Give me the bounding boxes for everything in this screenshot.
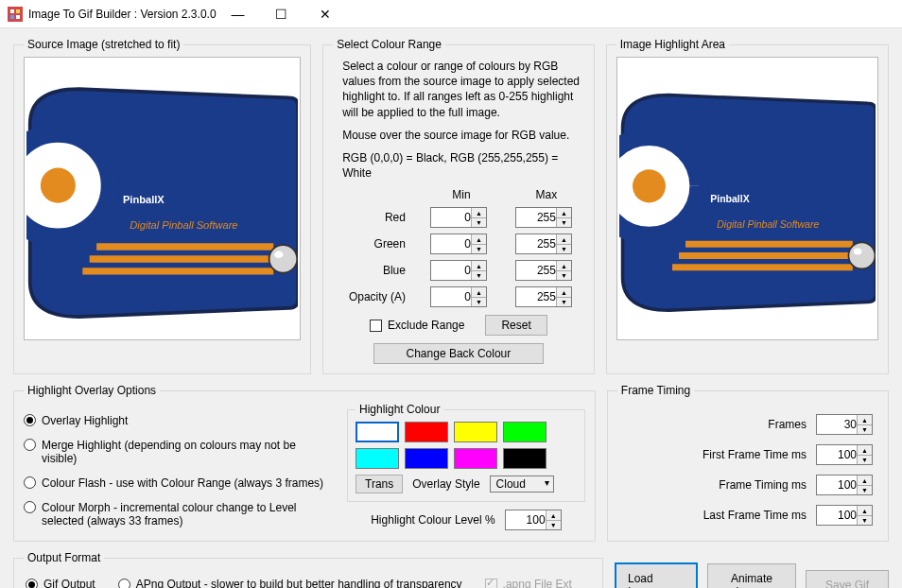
output-format-group: Output Format Gif Output APng Output - s… (13, 551, 603, 588)
swatch-cyan[interactable] (356, 448, 399, 469)
save-gif-button[interactable]: Save Gif (806, 570, 889, 588)
swatch-red[interactable] (405, 422, 448, 442)
frame-timing-legend: Frame Timing (617, 384, 694, 397)
overlay-style-label: Overlay Style (412, 477, 479, 491)
close-button[interactable]: ✕ (304, 0, 347, 27)
window-title: Image To Gif Builder : Version 2.3.0.0 (28, 8, 217, 21)
highlight-colour-group: Highlight Colour Trans (347, 403, 585, 502)
svg-rect-1 (10, 9, 14, 13)
merge-highlight-radio[interactable]: Merge Highlight (depending on colours ma… (24, 439, 336, 465)
svg-rect-0 (8, 7, 23, 22)
change-back-colour-button[interactable]: Change Back Colour (373, 343, 544, 364)
svg-text:Digital Pinball Software: Digital Pinball Software (130, 219, 237, 231)
overlay-highlight-radio[interactable]: Overlay Highlight (24, 414, 336, 427)
swatch-green[interactable] (503, 422, 546, 442)
svg-text:Digital Pinball Software: Digital Pinball Software (717, 218, 819, 230)
swatch-white[interactable] (356, 422, 399, 442)
image-highlight-group: Image Highlight Area PinballX Digital Pi… (606, 38, 889, 374)
svg-rect-2 (16, 9, 20, 13)
exclude-range-checkbox[interactable]: Exclude Range (370, 319, 464, 332)
source-image-group: Source Image (stretched to fit) PinballX… (13, 38, 311, 374)
app-icon (8, 7, 23, 22)
svg-point-14 (274, 251, 283, 258)
source-image-legend: Source Image (stretched to fit) (24, 38, 183, 51)
swatch-black[interactable] (503, 448, 546, 469)
last-frame-label: Last Frame Time ms (623, 509, 807, 522)
min-header: Min (430, 188, 493, 201)
overlay-options-legend: Highlight Overlay Options (24, 384, 160, 397)
highlight-colour-legend: Highlight Colour (356, 403, 443, 416)
svg-rect-4 (16, 15, 20, 19)
colour-desc-1: Select a colour or range of colours by R… (342, 59, 581, 120)
svg-text:PinballX: PinballX (123, 194, 165, 205)
pinballx-logo-highlight: PinballX Digital Pinball Software (619, 60, 876, 337)
colour-range-group: Select Colour Range Select a colour or r… (322, 38, 594, 374)
image-highlight-panel[interactable]: PinballX Digital Pinball Software (616, 57, 878, 340)
titlebar: Image To Gif Builder : Version 2.3.0.0 —… (0, 0, 902, 28)
svg-point-17 (633, 169, 666, 202)
svg-point-24 (853, 249, 861, 255)
load-image-button[interactable]: Load Image (615, 562, 698, 588)
apng-output-radio[interactable]: APng Output - slower to build but better… (118, 578, 462, 588)
svg-point-7 (41, 168, 76, 203)
opacity-label: Opacity (A) (339, 290, 408, 303)
pinballx-logo: PinballX Digital Pinball Software (26, 60, 298, 337)
first-frame-spinner[interactable]: 100▲▼ (816, 444, 873, 465)
first-frame-label: First Frame Time ms (623, 448, 807, 461)
overlay-options-group: Highlight Overlay Options Overlay Highli… (13, 384, 596, 542)
red-label: Red (339, 211, 408, 224)
image-highlight-legend: Image Highlight Area (616, 38, 729, 51)
opacity-max-spinner[interactable]: 255▲▼ (515, 286, 572, 307)
reset-button[interactable]: Reset (485, 315, 546, 336)
blue-max-spinner[interactable]: 255▲▼ (515, 260, 572, 281)
frame-timing-group: Frame Timing Frames 30▲▼ First Frame Tim… (607, 384, 889, 542)
blue-min-spinner[interactable]: 0▲▼ (430, 260, 487, 281)
svg-rect-3 (10, 15, 14, 19)
minimize-button[interactable]: — (217, 0, 260, 27)
highlight-level-label: Highlight Colour Level % (371, 513, 494, 527)
swatch-yellow[interactable] (454, 422, 497, 442)
last-frame-spinner[interactable]: 100▲▼ (816, 505, 873, 526)
colour-morph-radio[interactable]: Colour Morph - incremental colour change… (24, 501, 336, 527)
red-min-spinner[interactable]: 0▲▼ (430, 207, 487, 228)
colour-flash-radio[interactable]: Colour Flash - use with Colour Range (al… (24, 476, 336, 490)
swatch-magenta[interactable] (454, 448, 497, 469)
frames-label: Frames (623, 418, 807, 431)
max-header: Max (515, 188, 578, 201)
opacity-min-spinner[interactable]: 0▲▼ (430, 286, 487, 307)
trans-button[interactable]: Trans (356, 475, 403, 493)
green-label: Green (339, 237, 408, 251)
frames-spinner[interactable]: 30▲▼ (816, 414, 873, 435)
green-max-spinner[interactable]: 255▲▼ (515, 233, 572, 254)
svg-point-23 (848, 242, 875, 268)
frame-timing-label: Frame Timing ms (623, 478, 807, 492)
gif-output-radio[interactable]: Gif Output (26, 578, 95, 588)
green-min-spinner[interactable]: 0▲▼ (430, 233, 487, 254)
blue-label: Blue (339, 264, 408, 277)
overlay-style-select[interactable]: Cloud (490, 476, 554, 493)
colour-range-legend: Select Colour Range (333, 38, 445, 51)
colour-desc-2: Mouse over the source image for RGB valu… (342, 128, 581, 143)
apng-ext-checkbox: .apng File Ext (485, 578, 572, 588)
svg-point-13 (269, 245, 298, 273)
frame-timing-spinner[interactable]: 100▲▼ (816, 475, 873, 495)
animate-image-button[interactable]: Animate Image (707, 563, 796, 588)
swatch-blue[interactable] (405, 448, 448, 469)
colour-desc-3: RGB (0,0,0) = Black, RGB (255,255,255) =… (342, 150, 581, 181)
svg-text:PinballX: PinballX (710, 193, 749, 204)
output-format-legend: Output Format (24, 551, 104, 564)
maximize-button[interactable]: ☐ (260, 0, 304, 27)
source-image-panel[interactable]: PinballX Digital Pinball Software (24, 57, 301, 340)
red-max-spinner[interactable]: 255▲▼ (515, 207, 572, 228)
highlight-level-spinner[interactable]: 100▲▼ (505, 510, 562, 530)
